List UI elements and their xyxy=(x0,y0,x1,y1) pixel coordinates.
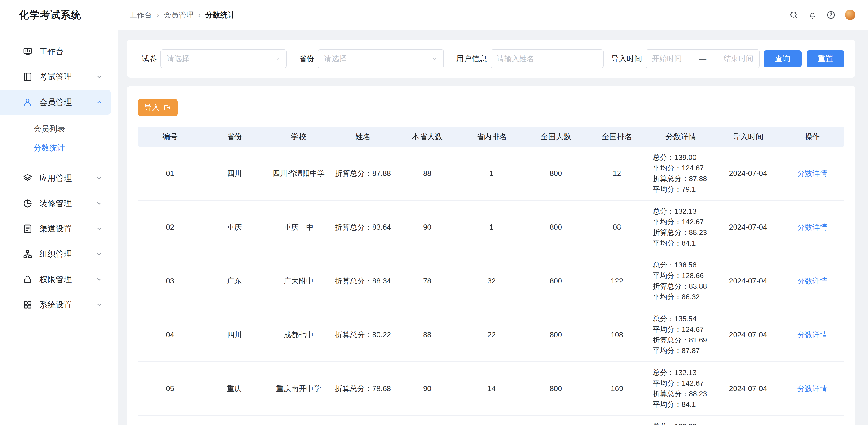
cell-national-rank: 108 xyxy=(588,308,646,362)
breadcrumb-current-page: 分数统计 xyxy=(205,10,235,20)
cell-score-details: 总分：136.56 平均分：128.66 折算总分：83.88 平均分：86.3… xyxy=(646,254,716,308)
cell-national-count: 800 xyxy=(524,254,588,308)
detail-line: 总分：139.00 xyxy=(653,421,714,425)
cell-import-time: 2024-07-04 xyxy=(716,200,780,254)
breadcrumb-workbench[interactable]: 工作台 xyxy=(129,10,152,20)
sidebar-item-label: 会员列表 xyxy=(33,124,65,134)
main-area: 工作台 › 会员管理 › 分数统计 xyxy=(118,0,868,425)
chevron-down-icon xyxy=(96,175,103,182)
import-button[interactable]: 导入 xyxy=(138,99,178,116)
sidebar-item-app-management[interactable]: 应用管理 xyxy=(0,165,111,191)
column-header: 分数详情 xyxy=(646,127,716,147)
score-details-link[interactable]: 分数详情 xyxy=(798,223,827,231)
column-header: 全国人数 xyxy=(524,127,588,147)
import-button-label: 导入 xyxy=(144,102,160,113)
sidebar-item-organization-management[interactable]: 组织管理 xyxy=(0,241,111,267)
cell-province-count: 88 xyxy=(395,416,459,425)
document-icon xyxy=(23,224,33,234)
cell-province-rank: 14 xyxy=(459,362,524,416)
page-content: 试卷 请选择 省份 请选择 用户信息 导入时间 xyxy=(118,30,868,425)
chevron-down-icon xyxy=(96,200,103,207)
cell-score-details: 总分：139.00 平均分：124.67 折算总分：87.88 平均分：79.1 xyxy=(646,147,716,200)
reset-button[interactable]: 重置 xyxy=(807,51,844,67)
sidebar-item-member-list[interactable]: 会员列表 xyxy=(0,119,118,138)
cell-import-time: 2024-07-04 xyxy=(716,416,780,425)
cell-import-time: 2024-07-04 xyxy=(716,254,780,308)
chevron-down-icon xyxy=(96,251,103,257)
detail-line: 平均分：142.67 xyxy=(653,378,714,389)
cell-school: 广大附中 xyxy=(267,254,331,308)
bell-icon[interactable] xyxy=(808,10,817,20)
cell-national-count: 800 xyxy=(524,308,588,362)
breadcrumb-member-management[interactable]: 会员管理 xyxy=(164,10,193,20)
cell-number: 04 xyxy=(138,308,202,362)
table-row: 05 重庆 重庆南开中学 折算总分：78.68 90 14 800 169 总分… xyxy=(138,362,844,416)
cell-name: 折算总分：83.64 xyxy=(331,200,395,254)
column-header: 全国排名 xyxy=(588,127,646,147)
user-info-filter-label: 用户信息 xyxy=(456,54,487,64)
date-range-picker[interactable]: 开始时间 — 结束时间 xyxy=(646,49,760,68)
cell-number: 06 xyxy=(138,416,202,425)
sidebar-item-system-settings[interactable]: 系统设置 xyxy=(0,292,111,317)
sidebar-item-channel-settings[interactable]: 渠道设置 xyxy=(0,216,111,241)
name-input[interactable] xyxy=(491,49,603,68)
province-select[interactable]: 请选择 xyxy=(318,49,444,68)
sidebar-item-decoration-management[interactable]: 装修管理 xyxy=(0,191,111,216)
breadcrumb-separator: › xyxy=(156,11,159,19)
breadcrumb: 工作台 › 会员管理 › 分数统计 xyxy=(129,10,235,20)
help-icon[interactable] xyxy=(827,10,835,20)
sidebar-item-exam-management[interactable]: 考试管理 xyxy=(0,64,111,90)
avatar[interactable] xyxy=(845,10,855,20)
search-button[interactable]: 查询 xyxy=(764,51,802,67)
paper-select[interactable]: 请选择 xyxy=(160,49,287,68)
detail-line: 总分：139.00 xyxy=(653,152,714,163)
dashboard-icon xyxy=(23,47,33,57)
detail-line: 折算总分：88.23 xyxy=(653,227,714,238)
cell-province-count: 88 xyxy=(395,147,459,200)
cell-province-count: 78 xyxy=(395,254,459,308)
cell-number: 02 xyxy=(138,200,202,254)
score-details-link[interactable]: 分数详情 xyxy=(798,169,827,178)
cell-province-rank: 1 xyxy=(459,416,524,425)
score-details-link[interactable]: 分数详情 xyxy=(798,331,827,339)
cell-national-rank: 12 xyxy=(588,147,646,200)
detail-line: 平均分：142.67 xyxy=(653,217,714,227)
cell-import-time: 2024-07-04 xyxy=(716,362,780,416)
sidebar-item-permission-management[interactable]: 权限管理 xyxy=(0,267,111,292)
import-icon xyxy=(163,103,171,112)
sidebar-item-member-management[interactable]: 会员管理 xyxy=(0,90,111,115)
cell-national-rank: 169 xyxy=(588,362,646,416)
cell-national-rank: 12 xyxy=(588,416,646,425)
detail-line: 平均分：79.1 xyxy=(653,184,714,195)
column-header: 本省人数 xyxy=(395,127,459,147)
cell-action: 分数详情 xyxy=(780,147,844,200)
table-row: 02 重庆 重庆一中 折算总分：83.64 90 1 800 08 总分：132… xyxy=(138,200,844,254)
cell-name: 折算总分：87.88 xyxy=(331,416,395,425)
search-icon[interactable] xyxy=(789,10,798,20)
sidebar-item-score-statistics[interactable]: 分数统计 xyxy=(0,138,118,157)
cell-province-rank: 1 xyxy=(459,200,524,254)
cell-province: 四川 xyxy=(202,147,266,200)
breadcrumb-separator: › xyxy=(198,11,201,19)
sidebar-item-label: 系统设置 xyxy=(39,299,72,310)
cell-province-rank: 32 xyxy=(459,254,524,308)
cell-import-time: 2024-07-04 xyxy=(716,147,780,200)
org-icon xyxy=(23,249,33,259)
cell-action: 分数详情 xyxy=(780,200,844,254)
table-row: 06 四川 四川省绵阳中学 折算总分：87.88 88 1 800 12 总分：… xyxy=(138,416,844,425)
detail-line: 平均分：128.66 xyxy=(653,270,714,281)
cell-national-count: 800 xyxy=(524,362,588,416)
score-details-link[interactable]: 分数详情 xyxy=(798,277,827,285)
sidebar-menu: 工作台 考试管理 会员管理 xyxy=(0,30,118,317)
cell-school: 成都七中 xyxy=(267,308,331,362)
detail-line: 平均分：84.1 xyxy=(653,238,714,248)
table-card: 导入 编号 省份 学校 xyxy=(127,86,855,425)
score-details-link[interactable]: 分数详情 xyxy=(798,384,827,393)
sidebar-item-label: 考试管理 xyxy=(39,71,72,83)
sidebar-item-workbench[interactable]: 工作台 xyxy=(0,39,111,64)
column-header: 操作 xyxy=(780,127,844,147)
cell-score-details: 总分：132.13 平均分：142.67 折算总分：88.23 平均分：84.1 xyxy=(646,362,716,416)
detail-line: 折算总分：87.88 xyxy=(653,173,714,184)
cell-school: 重庆一中 xyxy=(267,200,331,254)
cell-action: 分数详情 xyxy=(780,308,844,362)
